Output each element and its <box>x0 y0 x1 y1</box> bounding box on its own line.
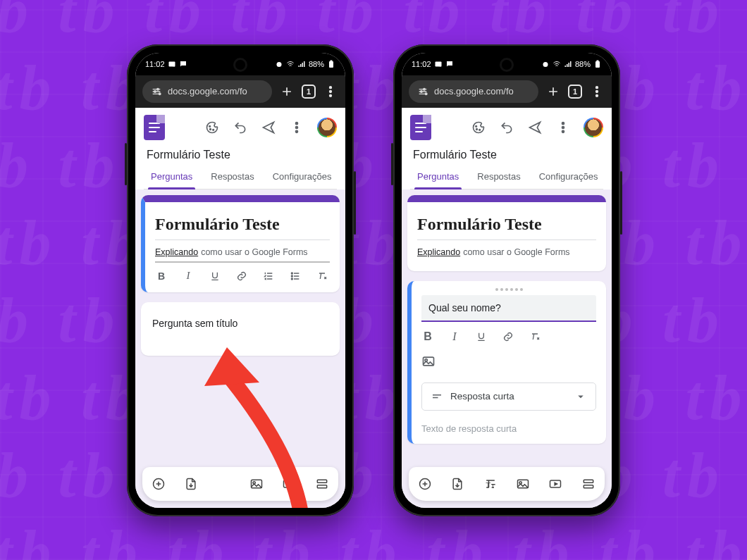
link-button[interactable] <box>235 270 248 282</box>
add-video-button[interactable] <box>281 476 297 492</box>
numbered-list-button[interactable] <box>262 270 275 282</box>
question-type-select[interactable]: Resposta curta <box>421 382 596 411</box>
browser-menu-button[interactable] <box>589 84 605 99</box>
add-question-button[interactable] <box>151 476 166 492</box>
svg-point-42 <box>562 122 564 124</box>
chat-notif-icon <box>179 60 187 68</box>
new-tab-button[interactable] <box>279 84 295 99</box>
drag-handle-icon[interactable] <box>421 288 596 295</box>
tab-questions[interactable]: Perguntas <box>410 166 466 189</box>
question-title[interactable]: Pergunta sem título <box>152 318 328 329</box>
svg-rect-53 <box>584 480 593 483</box>
undo-button[interactable] <box>499 120 514 135</box>
add-title-button[interactable] <box>216 476 232 492</box>
canvas[interactable]: Formulário Teste Explicando como usar o … <box>402 189 612 508</box>
svg-point-17 <box>296 130 298 132</box>
form-description-input[interactable]: Explicando como usar o Google Forms <box>155 247 330 263</box>
avatar[interactable] <box>317 118 337 137</box>
tab-settings[interactable]: Configurações <box>532 166 605 189</box>
link-button[interactable] <box>502 330 514 343</box>
undo-button[interactable] <box>233 120 248 135</box>
url-text: docs.google.com/fo <box>168 86 247 97</box>
tab-responses[interactable]: Respostas <box>204 166 261 189</box>
canvas[interactable]: Formulário Teste Explicando como usar o … <box>135 189 345 508</box>
form-title-input[interactable]: Formulário Teste <box>417 215 596 240</box>
form-header-card[interactable]: Formulário Teste Explicando como usar o … <box>141 195 340 292</box>
italic-button[interactable]: I <box>448 330 461 343</box>
underline-button[interactable] <box>475 330 488 343</box>
browser-bar: docs.google.com/fo 1 <box>402 75 612 108</box>
stage: 11:02 88% docs.google.com/fo <box>0 0 747 560</box>
question-type-label: Resposta curta <box>450 391 514 402</box>
form-header-card[interactable]: Formulário Teste Explicando como usar o … <box>407 195 606 271</box>
signal-icon <box>297 60 306 68</box>
theme-button[interactable] <box>471 120 486 135</box>
browser-menu-button[interactable] <box>323 84 338 99</box>
alarm-icon <box>275 60 283 68</box>
import-question-button[interactable] <box>450 476 465 492</box>
form-description-input[interactable]: Explicando como usar o Google Forms <box>417 247 596 261</box>
svg-rect-31 <box>597 60 599 61</box>
svg-point-43 <box>562 126 564 128</box>
italic-button[interactable]: I <box>182 270 195 282</box>
add-section-button[interactable] <box>314 476 330 492</box>
svg-point-38 <box>596 94 598 97</box>
svg-point-33 <box>424 88 426 90</box>
add-title-button[interactable]: TT <box>483 476 498 492</box>
battery-icon <box>593 60 602 68</box>
add-image-button[interactable] <box>249 476 264 492</box>
url-bar[interactable]: docs.google.com/fo <box>409 80 538 103</box>
form-name[interactable]: Formulário Teste <box>144 140 337 166</box>
add-section-button[interactable] <box>581 476 596 492</box>
app-menu-button[interactable] <box>289 120 304 135</box>
svg-point-18 <box>291 273 292 274</box>
form-title-input[interactable]: Formulário Teste <box>155 215 330 240</box>
svg-point-37 <box>596 90 598 92</box>
underline-button[interactable] <box>209 270 221 282</box>
forms-logo-icon[interactable] <box>144 115 165 140</box>
bold-button[interactable]: B <box>155 270 168 282</box>
battery-icon <box>327 60 335 68</box>
svg-point-41 <box>479 129 481 130</box>
wifi-icon <box>286 60 295 68</box>
question-title-input[interactable] <box>421 295 596 322</box>
url-text: docs.google.com/fo <box>434 86 514 97</box>
send-button[interactable] <box>261 120 276 135</box>
question-format-toolbar: B I <box>421 330 596 343</box>
svg-rect-4 <box>331 60 333 61</box>
bold-button[interactable]: B <box>421 330 434 343</box>
tab-questions[interactable]: Perguntas <box>144 166 199 189</box>
add-image-button[interactable] <box>515 476 531 492</box>
app-menu-button[interactable] <box>555 120 571 135</box>
tab-switcher[interactable]: 1 <box>568 85 582 99</box>
app-header: Formulário Teste Perguntas Respostas Con… <box>135 108 345 189</box>
clear-format-button[interactable] <box>529 330 541 343</box>
tab-count-number: 1 <box>573 87 577 96</box>
svg-point-15 <box>296 122 298 124</box>
tab-responses[interactable]: Respostas <box>470 166 527 189</box>
add-video-button[interactable] <box>548 476 563 492</box>
question-card-active[interactable]: B I Resposta curta <box>407 281 606 444</box>
avatar[interactable] <box>584 118 603 137</box>
tab-settings[interactable]: Configurações <box>266 166 339 189</box>
svg-point-6 <box>157 88 159 90</box>
url-bar[interactable]: docs.google.com/fo <box>142 80 272 103</box>
clear-format-button[interactable] <box>316 270 328 282</box>
signal-icon <box>564 60 572 68</box>
question-card[interactable]: Pergunta sem título <box>141 302 340 356</box>
svg-point-35 <box>425 93 427 95</box>
tabs: Perguntas Respostas Configurações <box>410 166 603 189</box>
image-notif-icon <box>168 60 176 68</box>
import-question-button[interactable] <box>183 476 199 492</box>
send-button[interactable] <box>527 120 543 135</box>
bullet-list-button[interactable] <box>289 270 302 282</box>
forms-logo-icon[interactable] <box>410 115 431 140</box>
form-name[interactable]: Formulário Teste <box>410 140 603 166</box>
tab-switcher[interactable]: 1 <box>302 85 316 99</box>
desc-underlined: Explicando <box>417 247 460 257</box>
new-tab-button[interactable] <box>545 84 561 99</box>
add-image-to-question-button[interactable] <box>421 354 437 370</box>
add-question-button[interactable] <box>417 476 433 492</box>
theme-button[interactable] <box>204 120 220 135</box>
answer-placeholder: Texto de resposta curta <box>421 423 596 434</box>
